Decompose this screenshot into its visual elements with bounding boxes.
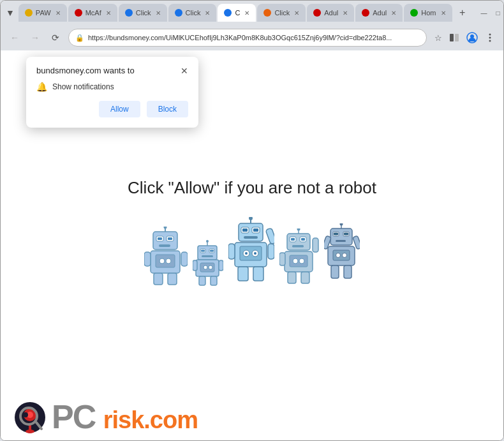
risk-text: risk.com: [103, 407, 198, 433]
sidebar-icon[interactable]: [447, 31, 461, 45]
tab-close-adul1[interactable]: ✕: [343, 10, 348, 17]
back-button[interactable]: ←: [7, 30, 22, 45]
tab-favicon-click1: [125, 9, 133, 17]
svg-rect-21: [154, 273, 163, 285]
minimize-button[interactable]: —: [479, 8, 489, 18]
tab-favicon-click2: [175, 9, 182, 17]
svg-rect-88: [331, 265, 339, 278]
svg-rect-28: [201, 250, 205, 252]
page-headline: Click "Allow" if you are not a robot: [128, 178, 376, 198]
svg-point-5: [489, 37, 491, 39]
tab-close-active[interactable]: ✕: [244, 10, 249, 17]
tab-close-click2[interactable]: ✕: [205, 10, 210, 17]
svg-point-51: [245, 252, 248, 255]
popup-title: bundsmoney.com wants to: [36, 66, 135, 75]
url-text: https://bundsmoney.com/UiMlKUCEhofIj9Lh3…: [88, 34, 420, 41]
robot-5: [324, 223, 360, 287]
window-controls: — □ ✕: [479, 8, 504, 18]
tab-click3[interactable]: Click ✕: [257, 4, 306, 22]
popup-close-button[interactable]: ✕: [181, 66, 188, 75]
tab-adul2[interactable]: Adul ✕: [355, 4, 403, 22]
tab-label-adul1: Adul: [324, 9, 338, 17]
svg-rect-80: [344, 233, 348, 235]
secure-icon: 🔒: [75, 34, 84, 42]
svg-rect-54: [268, 244, 274, 259]
tab-paw[interactable]: PAW ✕: [19, 4, 67, 22]
menu-icon[interactable]: [483, 31, 497, 45]
tab-close-click1[interactable]: ✕: [156, 10, 161, 17]
tab-close-mcaf[interactable]: ✕: [106, 10, 111, 17]
svg-point-41: [249, 217, 253, 220]
svg-point-85: [342, 253, 346, 258]
maximize-button[interactable]: □: [493, 8, 503, 18]
pcrisk-logo-icon: [13, 401, 47, 434]
svg-point-60: [297, 228, 300, 231]
svg-rect-73: [301, 272, 309, 283]
robots-illustration: [144, 217, 360, 287]
tab-mcaf[interactable]: McAf ✕: [68, 4, 117, 22]
svg-point-84: [336, 253, 340, 258]
tab-close-click3[interactable]: ✕: [294, 10, 299, 17]
svg-rect-20: [181, 252, 188, 266]
reload-button[interactable]: ⟳: [48, 30, 63, 45]
address-bar: ← → ⟳ 🔒 https://bundsmoney.com/UiMlKUCEh…: [1, 25, 503, 50]
pcrisk-text-group: PC risk.com: [52, 400, 198, 434]
tab-hom[interactable]: Hom ✕: [404, 4, 452, 22]
tab-adul1[interactable]: Adul ✕: [307, 4, 354, 22]
popup-notification-label: Show notifications: [52, 82, 114, 91]
popup-buttons: Allow Block: [36, 101, 188, 117]
profile-icon[interactable]: [465, 31, 479, 45]
svg-rect-74: [330, 228, 352, 245]
tab-close-hom[interactable]: ✕: [441, 10, 446, 17]
bell-icon: 🔔: [36, 82, 47, 92]
tab-label-active: C: [235, 9, 240, 17]
svg-rect-65: [292, 245, 304, 248]
svg-rect-55: [265, 228, 274, 244]
new-tab-button[interactable]: +: [454, 4, 471, 22]
svg-rect-83: [333, 250, 350, 260]
block-button[interactable]: Block: [147, 101, 188, 117]
svg-rect-89: [344, 265, 352, 278]
svg-rect-57: [253, 267, 263, 281]
p-letter: P: [52, 398, 73, 435]
tab-favicon-active: [224, 9, 232, 17]
svg-rect-14: [159, 244, 170, 247]
svg-rect-56: [238, 267, 248, 281]
svg-rect-71: [313, 238, 318, 252]
page-content: bundsmoney.com wants to ✕ 🔔 Show notific…: [1, 50, 503, 440]
c-letter: C: [73, 398, 96, 435]
bookmark-icon[interactable]: ☆: [434, 33, 442, 43]
svg-rect-36: [219, 260, 223, 271]
svg-point-95: [26, 430, 34, 433]
tab-favicon-adul2: [362, 9, 369, 17]
svg-point-6: [489, 40, 491, 42]
tab-label-hom: Hom: [421, 9, 436, 17]
tab-close-paw[interactable]: ✕: [56, 10, 61, 17]
svg-point-34: [209, 265, 212, 269]
svg-rect-46: [244, 236, 258, 239]
address-input[interactable]: 🔒 https://bundsmoney.com/UiMlKUCEhofIj9L…: [68, 29, 427, 47]
svg-point-17: [159, 258, 165, 264]
svg-point-25: [206, 240, 209, 243]
robot-4: [279, 228, 319, 287]
svg-rect-0: [450, 34, 454, 41]
svg-point-9: [163, 227, 167, 229]
svg-rect-16: [156, 255, 175, 267]
allow-button[interactable]: Allow: [99, 101, 140, 117]
svg-point-4: [489, 34, 491, 36]
tab-list-button[interactable]: ▼: [6, 5, 15, 20]
toolbar-icons: [447, 31, 497, 45]
tab-close-adul2[interactable]: ✕: [391, 10, 396, 17]
svg-rect-45: [253, 228, 258, 232]
tab-click1[interactable]: Click ✕: [119, 4, 167, 22]
svg-point-93: [23, 412, 28, 417]
robot-1: [144, 227, 188, 287]
notification-popup: bundsmoney.com wants to ✕ 🔔 Show notific…: [26, 57, 198, 128]
svg-rect-1: [455, 34, 459, 41]
tab-click2[interactable]: Click ✕: [168, 4, 217, 22]
tab-active[interactable]: C ✕: [218, 4, 256, 22]
tab-favicon-adul1: [313, 9, 321, 17]
svg-rect-63: [291, 238, 295, 241]
forward-button[interactable]: →: [27, 30, 43, 45]
tab-favicon-mcaf: [75, 9, 82, 17]
